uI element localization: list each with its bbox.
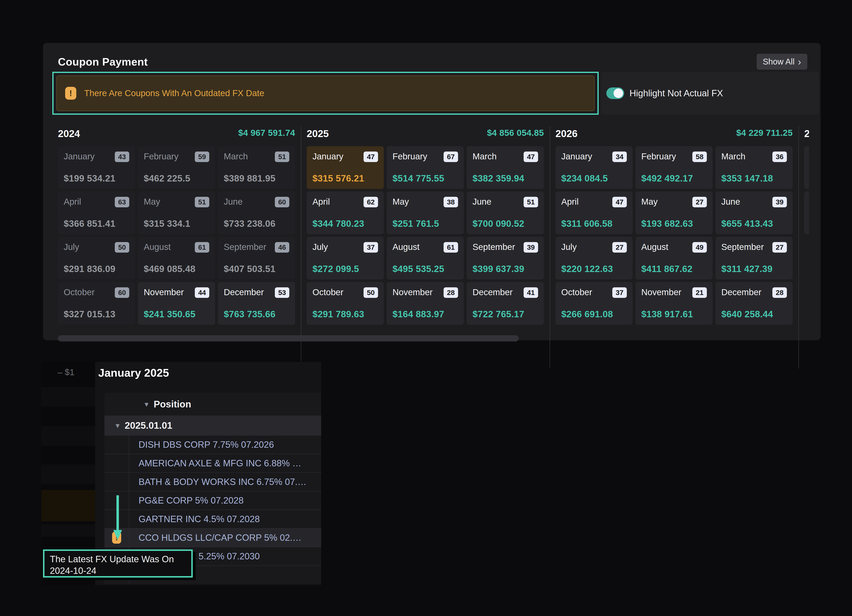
month-card-2026-august[interactable]: August49$411 867.62 [636,237,713,279]
month-amount: $327 015.13 [64,309,115,319]
year-label: 2027 [804,128,809,139]
highlight-fx-toggle[interactable] [606,88,624,99]
month-card-header: December41 [473,287,538,298]
month-card-header: October50 [313,287,378,298]
month-count-badge: 21 [692,287,707,298]
months-grid: January43$199 534.21February59$462 225.5… [58,146,295,325]
month-card-header: October60 [64,287,129,298]
month-card-2025-july[interactable]: July37$272 099.5 [307,237,384,279]
month-card-header: December28 [721,287,787,298]
month-count-badge: 49 [692,242,707,253]
month-amount: $655 413.43 [721,219,773,229]
month-card-2027-january[interactable]: January$ [804,146,809,189]
month-card-header: August61 [144,242,209,253]
month-count-badge: 59 [195,151,209,162]
month-label: February [144,151,178,162]
month-card-2024-april[interactable]: April63$366 851.41 [58,192,135,234]
month-count-badge: 53 [275,287,289,298]
month-amount: $411 867.62 [641,264,693,274]
month-card-2024-january[interactable]: January43$199 534.21 [58,146,135,189]
month-card-2026-january[interactable]: January34$234 084.5 [556,146,633,189]
month-card-2027-october[interactable]: October$ [804,192,809,234]
month-amount: $407 503.51 [224,264,275,274]
month-count-badge: 34 [612,151,627,162]
month-card-2026-october[interactable]: October37$266 691.08 [556,282,633,325]
month-card-2024-june[interactable]: June60$733 238.06 [218,192,295,234]
month-card-2025-january[interactable]: January47$315 576.21 [307,146,384,189]
month-card-header: November28 [393,287,458,298]
month-label: May [393,197,409,207]
panel-header: Coupon Payment Show All › [43,43,820,69]
month-label: June [473,197,491,207]
column-header-position[interactable]: ▾ Position [104,393,321,415]
month-card-2026-march[interactable]: March36$353 147.18 [716,146,793,189]
month-card-header: April47 [561,197,627,207]
month-card-2026-july[interactable]: July27$220 122.63 [556,237,633,279]
horizontal-scrollbar-thumb[interactable] [58,335,519,341]
month-label: December [473,287,513,297]
month-label: January [561,151,592,162]
month-card-header: May51 [144,197,209,207]
month-card-2025-august[interactable]: August61$495 535.25 [387,237,464,279]
month-count-badge: 60 [115,287,129,298]
month-card-2025-february[interactable]: February67$514 775.55 [387,146,464,189]
month-card-2025-september[interactable]: September39$399 637.39 [467,237,544,279]
month-card-2024-march[interactable]: March51$389 881.95 [218,146,295,189]
month-amount: $353 147.18 [721,173,773,184]
month-label: December [721,287,761,297]
month-card-2024-may[interactable]: May51$315 334.1 [138,192,215,234]
month-card-2025-april[interactable]: April62$344 780.23 [307,192,384,234]
month-card-2024-november[interactable]: November44$241 350.65 [138,282,215,325]
month-card-2024-february[interactable]: February59$462 225.5 [138,146,215,189]
month-label: June [721,197,740,207]
bond-row[interactable]: AMERICAN AXLE & MFG INC 6.88% … [104,454,321,473]
month-count-badge: 28 [444,287,458,298]
month-card-2026-february[interactable]: February58$492 492.17 [636,146,713,189]
bond-row[interactable]: PG&E CORP 5% 07.2028 [104,491,321,510]
month-card-2024-july[interactable]: July50$291 836.09 [58,237,135,279]
month-card-2025-may[interactable]: May38$251 761.5 [387,192,464,234]
month-amount: $138 917.61 [641,309,693,319]
bond-row-icon-cell [104,454,129,473]
month-card-2026-november[interactable]: November21$138 917.61 [636,282,713,325]
bond-label: BATH & BODY WORKS INC 6.75% 07.… [129,473,321,491]
month-card-header: May38 [393,197,458,207]
month-card-2026-april[interactable]: April47$311 606.58 [556,192,633,234]
month-card-2025-november[interactable]: November28$164 883.97 [387,282,464,325]
month-label: November [393,287,433,297]
month-count-badge: 28 [772,287,787,298]
month-card-2026-december[interactable]: December28$640 258.44 [716,282,793,325]
show-all-button[interactable]: Show All › [757,54,807,69]
month-count-badge: 39 [524,242,538,253]
month-card-2026-june[interactable]: June39$655 413.43 [716,192,793,234]
month-card-2025-march[interactable]: March47$382 359.94 [467,146,544,189]
month-card-2025-october[interactable]: October50$291 789.63 [307,282,384,325]
month-card-2024-december[interactable]: December53$763 735.66 [218,282,295,325]
month-card-header: August49 [641,242,707,253]
month-card-2024-october[interactable]: October60$327 015.13 [58,282,135,325]
bond-row[interactable]: BATH & BODY WORKS INC 6.75% 07.… [104,473,321,491]
month-card-header: June39 [721,197,787,207]
tooltip-line-1: The Latest FX Update Was On [50,553,191,565]
bond-row[interactable]: GARTNER INC 4.5% 07.2028 [104,510,321,528]
month-card-2025-june[interactable]: June51$700 090.52 [467,192,544,234]
year-label: 2026 [556,128,578,139]
bond-row[interactable]: !CCO HLDGS LLC/CAP CORP 5% 02.… [104,528,321,547]
collapse-caret-icon: ▾ [116,421,119,430]
month-card-header: August61 [393,242,458,253]
fx-warning-banner[interactable]: ! There Are Coupons With An Outdated FX … [56,75,595,111]
month-count-badge: 41 [524,287,538,298]
month-card-2026-may[interactable]: May27$193 682.63 [636,192,713,234]
month-amount: $763 735.66 [224,309,275,319]
year-label: 2024 [58,128,80,139]
month-count-badge: 60 [275,197,289,207]
month-card-2026-september[interactable]: September27$311 427.39 [716,237,793,279]
month-card-2024-september[interactable]: September46$407 503.51 [218,237,295,279]
group-row-date[interactable]: ▾ 2025.01.01 [104,415,321,435]
month-amount: $241 350.65 [144,309,195,319]
month-card-2024-august[interactable]: August61$469 085.48 [138,237,215,279]
month-amount: $389 881.95 [224,173,275,184]
month-card-2025-december[interactable]: December41$722 765.17 [467,282,544,325]
month-amount: $220 122.63 [561,264,613,274]
bond-row[interactable]: DISH DBS CORP 7.75% 07.2026 [104,435,321,454]
